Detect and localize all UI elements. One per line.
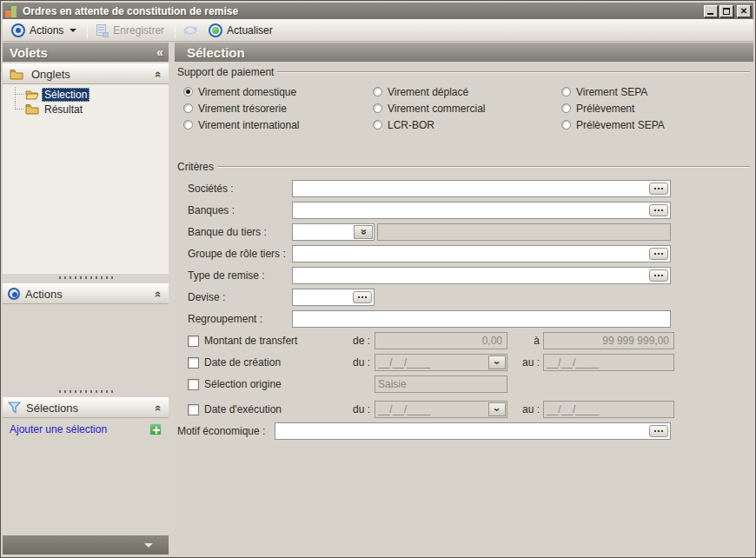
radio-icon <box>561 120 571 130</box>
app-window: Ordres en attente de constitution de rem… <box>0 0 756 558</box>
criteria-group-caption: Critères <box>177 161 750 173</box>
montant-a-input <box>544 333 673 349</box>
sidebar-bottom-bar <box>3 535 169 555</box>
radio-label: Virement SEPA <box>576 86 647 98</box>
radio-icon <box>373 120 382 130</box>
collapse-sidebar-icon[interactable]: « <box>156 45 163 59</box>
panel-collapse-icon[interactable]: « <box>152 70 165 76</box>
panel-collapse-icon[interactable]: « <box>152 290 165 296</box>
dropdown-arrow-icon <box>70 29 76 32</box>
radio-virement-commercial[interactable]: Virement commercial <box>373 100 561 116</box>
save-button[interactable]: Enregistrer <box>91 22 171 39</box>
banque-tiers-combo-button[interactable]: « <box>354 225 373 239</box>
regroupement-input[interactable] <box>293 311 670 327</box>
maximize-button[interactable] <box>720 5 733 17</box>
date-execution-au-input <box>544 402 673 417</box>
panel-selections-header[interactable]: Sélections « <box>3 397 169 418</box>
date-execution-du-input <box>375 402 507 417</box>
radio-prelevement-sepa[interactable]: Prélèvement SEPA <box>561 116 753 133</box>
selections-panel-body: Ajouter une sélection <box>3 418 169 535</box>
actions-panel-body <box>3 304 169 388</box>
radio-icon <box>183 120 193 130</box>
panel-onglets-title: Onglets <box>31 68 70 81</box>
splitter-handle[interactable] <box>3 274 169 282</box>
motif-label: Motif économique : <box>177 425 275 437</box>
date-creation-du-field: › <box>375 354 507 371</box>
date-creation-du-dropdown-button[interactable]: › <box>488 355 506 369</box>
type-remise-browse-button[interactable] <box>649 269 668 282</box>
tree-item-resultat[interactable]: Résultat <box>15 102 169 116</box>
splitter-handle[interactable] <box>3 388 169 395</box>
banques-input[interactable] <box>293 203 670 218</box>
save-label: Enregistrer <box>113 24 164 37</box>
sync-button[interactable] <box>179 22 205 39</box>
title-bar: Ordres en attente de constitution de rem… <box>3 3 753 19</box>
open-folder-icon <box>25 89 39 100</box>
devise-browse-button[interactable] <box>353 291 372 303</box>
radio-virement-tresorerie[interactable]: Virement trésorerie <box>183 100 373 116</box>
refresh-button[interactable]: Actualiser <box>205 22 280 39</box>
chevron-down-icon: › <box>492 408 503 411</box>
date-creation-checkbox[interactable] <box>188 357 199 369</box>
du-label: du : <box>344 356 370 369</box>
radio-lcr-bor[interactable]: LCR-BOR <box>373 116 561 133</box>
actions-menu-label: Actions <box>30 24 63 37</box>
tree-item-selection[interactable]: Sélection <box>15 87 169 102</box>
radio-virement-sepa[interactable]: Virement SEPA <box>561 83 753 100</box>
date-execution-au-field <box>543 401 674 418</box>
groupe-role-tiers-input[interactable] <box>293 246 670 262</box>
toolbar: Actions Enregistrer Actualiser <box>3 19 753 42</box>
radio-virement-international[interactable]: Virement international <box>183 116 373 133</box>
societes-label: Sociétés : <box>188 183 292 195</box>
banques-browse-button[interactable] <box>649 204 668 216</box>
radio-icon <box>183 103 193 113</box>
montant-de-input <box>375 333 507 349</box>
selection-origine-checkbox[interactable] <box>188 379 199 390</box>
minimize-button[interactable] <box>704 5 718 17</box>
group-divider <box>277 71 750 73</box>
type-remise-field <box>292 267 671 284</box>
selection-origine-label: Sélection origine <box>204 378 282 390</box>
radio-virement-deplace[interactable]: Virement déplacé <box>373 83 561 100</box>
date-creation-label: Date de création <box>204 356 281 369</box>
chevron-down-icon[interactable] <box>144 543 153 548</box>
date-execution-checkbox[interactable] <box>188 404 199 415</box>
add-selection-link[interactable]: Ajouter une sélection <box>10 423 149 435</box>
criteria-group-title: Critères <box>177 161 214 173</box>
close-button[interactable]: ✕ <box>737 5 751 17</box>
au-label: au : <box>511 403 540 415</box>
panel-onglets-header[interactable]: Onglets « <box>3 63 169 84</box>
group-divider <box>217 166 750 168</box>
refresh-icon <box>209 23 222 37</box>
banques-field <box>292 202 671 219</box>
tree-connector <box>15 102 23 116</box>
type-remise-input[interactable] <box>293 268 670 283</box>
groupe-role-tiers-browse-button[interactable] <box>649 248 668 260</box>
radio-label: Prélèvement SEPA <box>576 119 665 131</box>
societes-browse-button[interactable] <box>649 183 668 195</box>
chevron-down-icon: › <box>492 361 503 364</box>
motif-browse-button[interactable] <box>649 425 668 437</box>
groupe-role-tiers-field <box>292 245 671 262</box>
add-selection-plus-icon[interactable] <box>149 423 162 435</box>
radio-label: Virement déplacé <box>388 86 468 98</box>
radio-virement-domestique[interactable]: Virement domestique <box>183 83 373 100</box>
sidebar-main-splitter[interactable] <box>169 43 175 555</box>
radio-label: Virement commercial <box>388 103 485 115</box>
societes-input[interactable] <box>293 181 670 196</box>
onglets-tree: Sélection Résultat <box>3 84 169 274</box>
save-icon <box>95 23 109 37</box>
actions-panel-icon <box>8 288 20 300</box>
radio-prelevement[interactable]: Prélèvement <box>561 100 753 116</box>
actions-menu-button[interactable]: Actions <box>8 22 83 39</box>
filter-icon <box>8 402 21 414</box>
selection-origine-input <box>375 376 507 392</box>
panel-collapse-icon[interactable]: « <box>152 404 165 410</box>
panel-actions-header[interactable]: Actions « <box>3 283 169 304</box>
montant-checkbox[interactable] <box>188 335 199 347</box>
motif-input[interactable] <box>275 423 670 439</box>
date-execution-du-dropdown-button[interactable]: › <box>488 402 506 416</box>
devise-field <box>292 289 375 306</box>
page-title-bar: Sélection <box>175 43 753 62</box>
type-remise-label: Type de remise : <box>188 269 292 282</box>
